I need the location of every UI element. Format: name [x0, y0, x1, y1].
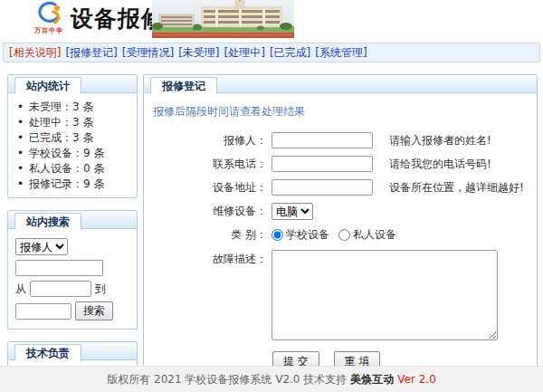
- category-option-private[interactable]: 私人设备: [353, 227, 396, 243]
- category-option-school[interactable]: 学校设备: [286, 227, 329, 243]
- stat-item-private-device: 私人设备：0 条: [17, 161, 131, 177]
- search-keyword-input[interactable]: [15, 260, 103, 276]
- address-label: 设备地址：: [144, 180, 267, 196]
- reporter-hint: 请输入报修者的姓名!: [389, 133, 491, 148]
- content-area: 站内统计 未受理：3 条 处理中：3 条 已完成：3 条 学校设备：9 条 私人…: [7, 74, 538, 392]
- school-photo: [152, 0, 294, 38]
- category-radio-private[interactable]: [338, 229, 350, 241]
- reporter-input[interactable]: [272, 132, 373, 148]
- stat-item-processing: 处理中：3 条: [17, 115, 131, 130]
- stat-item-completed: 已完成：3 条: [17, 130, 131, 146]
- repair-form-header: 报修登记: [144, 75, 537, 93]
- search-date-to-input[interactable]: [15, 303, 71, 320]
- nav-item-instructions[interactable]: [相关说明]: [9, 45, 61, 61]
- phone-label: 联系电话：: [144, 157, 267, 172]
- address-hint: 设备所在位置，越详细越好!: [389, 180, 524, 196]
- description-label: 故障描述：: [144, 252, 267, 267]
- tech-support-company: 美焕互动: [350, 373, 394, 386]
- address-input[interactable]: [272, 179, 373, 196]
- category-radio-school[interactable]: [272, 229, 283, 241]
- nav-item-processing[interactable]: [处理中]: [224, 45, 265, 61]
- category-label: 类 别：: [144, 227, 267, 243]
- tech-box-header: 技术负责: [8, 342, 137, 360]
- copyright-text: 版权所有 2021 学校设备报修系统 V2.0 技术支持: [107, 373, 347, 386]
- stat-item-school-device: 学校设备：9 条: [17, 146, 131, 161]
- page-footer: 版权所有 2021 学校设备报修系统 V2.0 技术支持美焕互动Ver 2.0: [0, 366, 543, 392]
- version-label: Ver 2.0: [397, 373, 436, 386]
- app-header: 万百中学 设备报修系统: [0, 0, 543, 38]
- phone-input[interactable]: [272, 156, 373, 172]
- tech-box-title: 技术负责: [14, 344, 81, 361]
- description-textarea[interactable]: [272, 250, 498, 340]
- school-badge-text: 万百中学: [27, 27, 71, 34]
- search-box: 站内搜索 报修人 从 到 搜索: [7, 210, 138, 330]
- result-notice: 报修后隔段时间请查看处理结果: [153, 104, 537, 120]
- stats-list: 未受理：3 条 处理中：3 条 已完成：3 条 学校设备：9 条 私人设备：0 …: [8, 93, 137, 197]
- stat-item-pending: 未受理：3 条: [17, 100, 131, 115]
- main-column: 报修登记 报修后隔段时间请查看处理结果 报修人： 请输入报修者的姓名! 联系电话…: [143, 74, 538, 382]
- nav-item-completed[interactable]: [已完成]: [270, 45, 310, 61]
- phone-hint: 请给我您的电话号码!: [389, 157, 491, 172]
- repair-form-panel: 报修登记 报修后隔段时间请查看处理结果 报修人： 请输入报修者的姓名! 联系电话…: [143, 74, 538, 382]
- search-to-label: 到: [95, 282, 106, 297]
- search-from-label: 从: [15, 282, 26, 297]
- nav-item-pending[interactable]: [未受理]: [178, 45, 219, 61]
- search-field-select[interactable]: 报修人: [15, 238, 68, 255]
- sidebar: 站内统计 未受理：3 条 处理中：3 条 已完成：3 条 学校设备：9 条 私人…: [7, 74, 138, 392]
- device-label: 维修设备：: [144, 204, 267, 219]
- repair-form-tab: 报修登记: [150, 77, 217, 94]
- nav-item-repair-register[interactable]: [报修登记]: [65, 45, 117, 61]
- school-logo: 万百中学: [27, 1, 71, 34]
- nav-item-acceptance-status[interactable]: [受理情况]: [122, 45, 174, 61]
- device-select[interactable]: 电脑: [272, 203, 313, 220]
- stat-item-repair-records: 报修记录：9 条: [17, 177, 131, 192]
- search-button[interactable]: 搜索: [75, 301, 113, 320]
- stats-box-title: 站内统计: [14, 77, 81, 94]
- repair-form: 报修人： 请输入报修者的姓名! 联系电话： 请给我您的电话号码! 设备地址： 设…: [144, 132, 537, 372]
- reporter-label: 报修人：: [144, 133, 267, 148]
- stats-box-header: 站内统计: [8, 75, 137, 93]
- stats-box: 站内统计 未受理：3 条 处理中：3 条 已完成：3 条 学校设备：9 条 私人…: [7, 74, 138, 198]
- search-box-header: 站内搜索: [8, 211, 137, 229]
- search-date-from-input[interactable]: [30, 281, 91, 297]
- school-logo-icon: [31, 1, 67, 24]
- nav-item-system-admin[interactable]: [系统管理]: [315, 45, 367, 61]
- search-box-title: 站内搜索: [14, 213, 81, 230]
- main-nav: [相关说明] [报修登记] [受理情况] [未受理] [处理中] [已完成] […: [3, 43, 540, 62]
